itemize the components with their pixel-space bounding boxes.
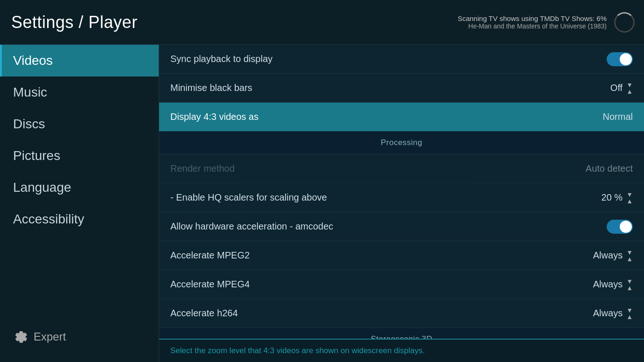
sidebar-item-accessibility[interactable]: Accessibility [0,203,159,235]
display-43-value: Normal [603,111,633,122]
accel-h264-value: Always [593,307,633,320]
accel-mpeg2-value: Always [593,249,633,262]
accel-mpeg2-label: Accelerate MPEG2 [170,250,250,261]
accel-h264-text: Always [593,308,623,319]
accel-h264-label: Accelerate h264 [170,308,238,319]
chevron-up-icon[interactable] [626,313,633,320]
accel-h264-chevrons[interactable] [626,307,633,320]
chevron-down-icon[interactable] [626,307,633,313]
sync-playback-label: Sync playback to display [170,54,273,64]
hw-accel-value [607,220,633,234]
setting-row-accel-h264[interactable]: Accelerate h264 Always [159,299,644,328]
sidebar-item-pictures[interactable]: Pictures [0,140,159,172]
footer-hint: Select the zoom level that 4:3 videos ar… [159,339,644,362]
content-area: Sync playback to display Minimise black … [159,45,644,362]
sidebar-item-language[interactable]: Language [0,172,159,203]
sync-playback-value [607,52,633,66]
header: Settings / Player Scanning TV shows usin… [0,0,644,45]
sidebar-item-music[interactable]: Music [0,77,159,108]
setting-row-sync-playback[interactable]: Sync playback to display [159,45,644,74]
sync-playback-toggle[interactable] [607,52,633,66]
chevron-down-icon[interactable] [626,191,633,198]
hq-scalers-text: 20 % [602,192,623,203]
gear-icon [11,328,28,345]
accel-mpeg2-text: Always [593,250,623,261]
toggle-knob [620,221,632,233]
section-stereoscopic-3d: Stereoscopic 3D [159,328,644,339]
expert-label: Expert [34,330,66,343]
chevron-down-icon[interactable] [626,82,633,88]
sidebar-item-discs[interactable]: Discs [0,108,159,140]
chevron-down-icon[interactable] [626,278,633,285]
header-right: Scanning TV shows using TMDb TV Shows: 6… [458,12,635,33]
minimise-black-bars-chevrons[interactable] [626,82,633,95]
render-method-value: Auto detect [586,163,633,174]
accel-mpeg4-chevrons[interactable] [626,278,633,291]
settings-list: Sync playback to display Minimise black … [159,45,644,339]
section-processing: Processing [159,132,644,154]
scanning-line2: He-Man and the Masters of the Universe (… [458,22,607,30]
accel-mpeg4-text: Always [593,279,623,290]
render-method-label: Render method [170,163,235,174]
expert-button[interactable]: Expert [0,321,159,353]
hq-scalers-chevrons[interactable] [626,191,633,204]
chevron-up-icon[interactable] [626,285,633,291]
setting-row-hw-accel[interactable]: Allow hardware acceleration - amcodec [159,212,644,241]
section-processing-label: Processing [381,138,422,147]
sidebar: Videos Music Discs Pictures Language Acc… [0,45,159,362]
display-43-label: Display 4:3 videos as [170,111,259,122]
minimise-black-bars-value: Off [610,82,633,95]
setting-row-render-method: Render method Auto detect [159,154,644,183]
display-43-text: Normal [603,111,633,122]
setting-row-display-43[interactable]: Display 4:3 videos as Normal [159,103,644,132]
setting-row-hq-scalers[interactable]: - Enable HQ scalers for scaling above 20… [159,183,644,212]
minimise-black-bars-text: Off [610,83,623,93]
render-method-text: Auto detect [586,163,633,174]
accel-mpeg4-value: Always [593,278,633,291]
setting-row-accel-mpeg2[interactable]: Accelerate MPEG2 Always [159,241,644,270]
scanning-info: Scanning TV shows using TMDb TV Shows: 6… [458,14,607,30]
hw-accel-label: Allow hardware acceleration - amcodec [170,221,333,232]
accel-mpeg4-label: Accelerate MPEG4 [170,279,250,290]
main-layout: Videos Music Discs Pictures Language Acc… [0,45,644,362]
sidebar-nav: Videos Music Discs Pictures Language Acc… [0,45,159,235]
accel-mpeg2-chevrons[interactable] [626,249,633,262]
hw-accel-toggle[interactable] [607,220,633,234]
chevron-down-icon[interactable] [626,249,633,256]
minimise-black-bars-label: Minimise black bars [170,83,252,93]
chevron-up-icon[interactable] [626,88,633,95]
chevron-up-icon[interactable] [626,198,633,204]
loading-spinner [614,12,635,33]
hq-scalers-label: - Enable HQ scalers for scaling above [170,192,327,203]
footer-hint-text: Select the zoom level that 4:3 videos ar… [170,346,425,355]
scanning-line1: Scanning TV shows using TMDb TV Shows: 6… [458,14,607,22]
page-title: Settings / Player [11,13,138,32]
sidebar-item-videos[interactable]: Videos [0,45,159,77]
chevron-up-icon[interactable] [626,256,633,262]
setting-row-accel-mpeg4[interactable]: Accelerate MPEG4 Always [159,270,644,299]
setting-row-minimise-black-bars[interactable]: Minimise black bars Off [159,74,644,103]
section-stereoscopic-3d-label: Stereoscopic 3D [371,334,432,339]
toggle-knob [620,53,632,65]
hq-scalers-value: 20 % [602,191,633,204]
